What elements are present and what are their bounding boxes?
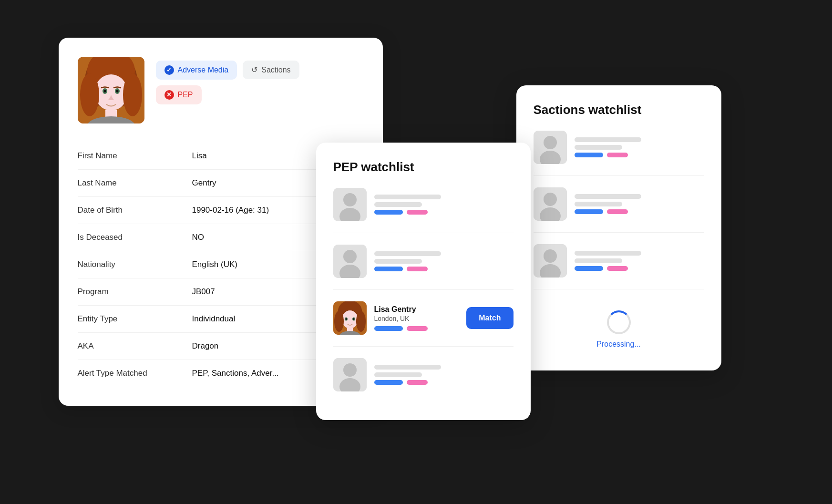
pep-info-1 [374, 195, 514, 215]
field-value-deceased: NO [192, 233, 205, 242]
pep-placeholder-line-2b [374, 259, 422, 264]
svg-point-33 [353, 318, 354, 320]
pep-tags-lisa [374, 326, 459, 331]
sanctions-tag-blue-2 [575, 209, 603, 214]
field-label-program: Program [78, 287, 192, 297]
processing-container: Processing... [534, 301, 704, 353]
field-value-lastname: Gentry [192, 178, 216, 188]
pep-tags-4 [374, 380, 514, 385]
scene: ✓ Adverse Media ↺ Sactions ✕ PEP [59, 38, 774, 467]
sanctions-label: Sactions [261, 66, 290, 74]
svg-point-39 [343, 363, 357, 377]
adverse-media-badge: ✓ Adverse Media [156, 61, 237, 80]
svg-point-35 [356, 311, 366, 332]
check-icon: ✓ [164, 65, 174, 75]
pep-name-lisa: Lisa Gentry [374, 305, 459, 314]
adverse-media-label: Adverse Media [178, 66, 229, 74]
pep-item-lisa: Lisa Gentry London, UK Match [333, 301, 514, 347]
svg-point-3 [94, 74, 128, 111]
sanctions-watchlist-title: Sactions watchlist [534, 103, 704, 117]
pep-info-lisa: Lisa Gentry London, UK [374, 305, 459, 331]
sanctions-tag-pink-3 [607, 266, 628, 271]
pep-placeholder-line-2a [374, 251, 441, 256]
field-label-aka: AKA [78, 341, 192, 351]
field-value-entitytype: Individndual [192, 314, 236, 324]
svg-point-8 [80, 73, 99, 116]
pep-avatar-4 [333, 358, 367, 391]
pep-tag-pink-1 [407, 210, 428, 215]
sanctions-tag-blue-3 [575, 266, 603, 271]
pep-label: PEP [178, 91, 193, 99]
pep-avatar-1 [333, 188, 367, 221]
pep-tag-pink-4 [407, 380, 428, 385]
field-label-firstname: First Name [78, 151, 192, 161]
svg-point-25 [343, 250, 357, 263]
badge-container: ✓ Adverse Media ↺ Sactions ✕ PEP [156, 57, 299, 104]
field-value-program: JB007 [192, 287, 215, 297]
pep-location-lisa: London, UK [374, 315, 459, 322]
svg-point-34 [334, 311, 344, 332]
sanctions-tag-blue-1 [575, 153, 603, 157]
pep-placeholder-line-4b [374, 372, 422, 377]
svg-point-7 [116, 90, 118, 93]
sanctions-item-2 [534, 187, 704, 233]
pep-tags-2 [374, 267, 514, 271]
svg-point-19 [544, 249, 557, 263]
pep-avatar-2 [333, 245, 367, 278]
svg-point-32 [345, 318, 347, 320]
pep-item-4 [333, 358, 514, 403]
sanctions-avatar-1 [534, 131, 567, 164]
sanctions-avatar-3 [534, 244, 567, 278]
pep-tag-blue-1 [374, 210, 403, 215]
pep-item-2 [333, 245, 514, 290]
svg-point-6 [103, 90, 106, 93]
pep-placeholder-line-1b [374, 202, 422, 207]
field-value-dob: 1990-02-16 (Age: 31) [192, 206, 269, 215]
badge-row-1: ✓ Adverse Media ↺ Sactions [156, 61, 299, 80]
field-label-entitytype: Entity Type [78, 314, 192, 324]
svg-point-13 [544, 136, 557, 149]
spinner-icon [607, 310, 631, 334]
sanctions-avatar-2 [534, 187, 567, 221]
sanctions-badge: ↺ Sactions [243, 61, 299, 79]
sanctions-placeholder-name-1 [575, 137, 641, 142]
sanctions-item-3 [534, 244, 704, 289]
sanctions-tags-2 [575, 209, 704, 214]
sanctions-tags-1 [575, 153, 704, 157]
match-button[interactable]: Match [466, 307, 513, 329]
field-value-nationality: English (UK) [192, 260, 237, 269]
pep-watchlist-title: PEP watchlist [333, 160, 514, 175]
sanctions-item-1 [534, 131, 704, 176]
pep-avatar-lisa [333, 301, 367, 335]
svg-point-29 [342, 310, 358, 329]
sanctions-placeholder-loc-1 [575, 145, 622, 150]
sanctions-placeholder-loc-3 [575, 258, 622, 263]
field-value-firstname: Lisa [192, 151, 207, 161]
sanctions-placeholder-name-2 [575, 194, 641, 199]
processing-text: Processing... [596, 340, 640, 349]
field-value-alerttype: PEP, Sanctions, Adver... [192, 369, 279, 378]
pep-tag-blue-2 [374, 267, 403, 271]
pep-tags-1 [374, 210, 514, 215]
svg-point-22 [343, 193, 357, 206]
history-icon: ↺ [251, 65, 257, 74]
avatar [78, 57, 144, 123]
sanctions-tags-3 [575, 266, 704, 271]
pep-tag-blue-4 [374, 380, 403, 385]
pep-tag-pink-lisa [407, 326, 428, 331]
pep-card: PEP watchlist [316, 143, 531, 420]
sanctions-card: Sactions watchlist [516, 85, 721, 370]
pep-info-4 [374, 365, 514, 385]
field-value-aka: Dragon [192, 341, 219, 351]
sanctions-tag-pink-2 [607, 209, 628, 214]
pep-placeholder-line-1a [374, 195, 441, 199]
sanctions-placeholder-loc-2 [575, 202, 622, 206]
sanctions-placeholder-name-3 [575, 251, 641, 256]
sanctions-info-1 [575, 137, 704, 157]
svg-point-9 [123, 73, 142, 116]
svg-point-16 [544, 193, 557, 206]
pep-placeholder-line-4a [374, 365, 441, 370]
pep-badge: ✕ PEP [156, 85, 202, 104]
profile-header: ✓ Adverse Media ↺ Sactions ✕ PEP [78, 57, 364, 123]
pep-tag-blue-lisa [374, 326, 403, 331]
